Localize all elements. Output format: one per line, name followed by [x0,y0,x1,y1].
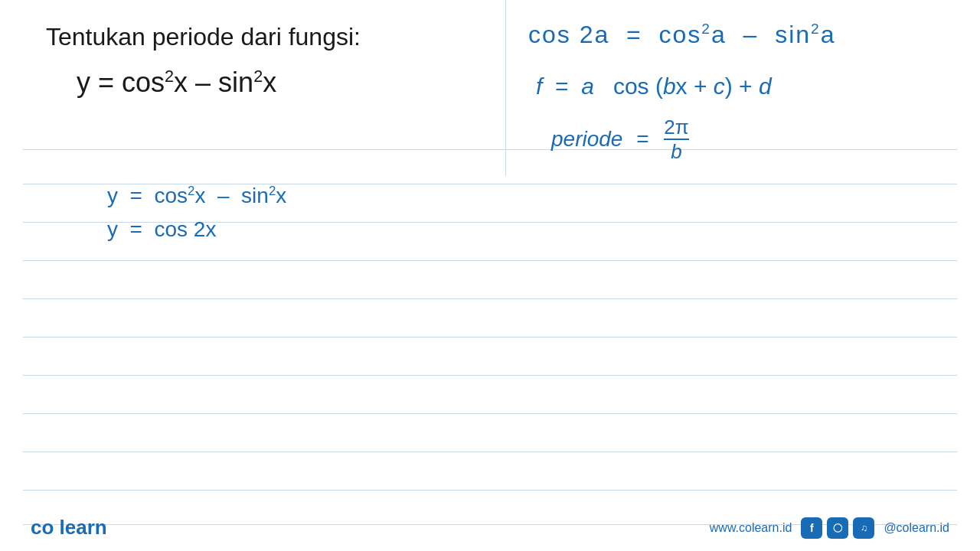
period-formula: periode = 2π b [551,117,957,161]
solution-line-2: y = cos 2x [107,217,949,242]
website-link: www.colearn.id [710,521,792,535]
ruled-line [23,260,957,261]
main-equation: y = cos2x – sin2x [77,67,490,99]
ruled-line [23,490,957,491]
main-page: Tentukan periode dari fungsi: y = cos2x … [0,0,980,551]
social-handle: @colearn.id [884,521,949,535]
formula-section: cos 2a = cos2a – sin2a f = a cos (bx + c… [528,15,957,161]
social-icons: f ◯ ♫ [801,517,874,539]
question-title: Tentukan periode dari fungsi: [46,23,490,51]
footer-right: www.colearn.id f ◯ ♫ @colearn.id [710,517,949,539]
footer: co learn www.colearn.id f ◯ ♫ @colearn.i… [0,516,980,540]
ruled-line [23,298,957,299]
facebook-icon: f [801,517,822,539]
brand-co: co learn [31,516,107,539]
period-fraction: 2π b [664,117,688,161]
brand-logo: co learn [31,516,107,540]
solution-line-1: y = cos2x – sin2x [107,184,949,208]
solution-section: y = cos2x – sin2x y = cos 2x [46,184,949,251]
vertical-divider [505,0,506,176]
identity-formula: cos 2a = cos2a – sin2a [528,15,957,54]
fraction-numerator: 2π [664,117,688,140]
question-section: Tentukan periode dari fungsi: y = cos2x … [46,23,490,99]
instagram-icon: ◯ [827,517,848,539]
ruled-line [23,375,957,376]
general-formula: f = a cos (bx + c) + d [536,68,957,105]
ruled-line [23,337,957,337]
tiktok-icon: ♫ [853,517,874,539]
ruled-line [23,413,957,414]
fraction-denominator: b [671,140,681,161]
ruled-line [23,452,957,452]
